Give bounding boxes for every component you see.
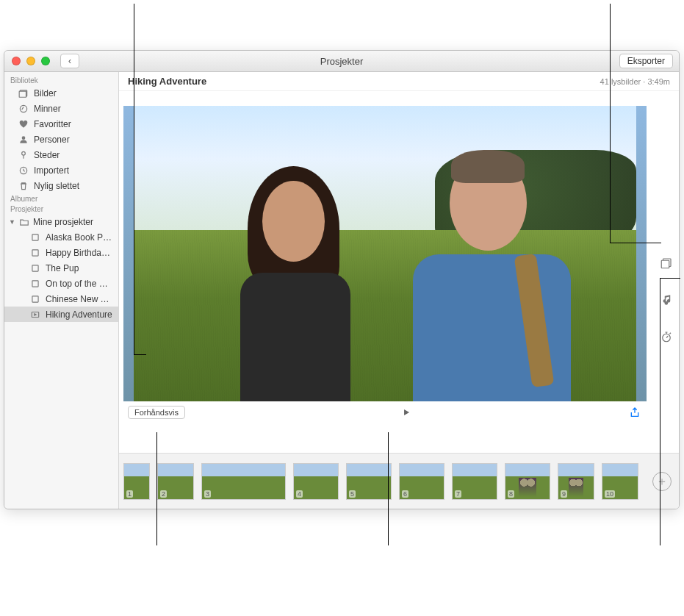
thumbnail-number: 3 [204,490,211,498]
sidebar-item-label: Importert [34,165,69,176]
sidebar-item-trash[interactable]: Nylig slettet [4,178,118,193]
sidebar-section-library: Bibliotek [4,75,118,85]
slideshow-controls: Forhåndsvis [123,401,647,422]
sidebar-project-item[interactable]: Happy Birthday… [4,245,118,260]
svg-point-4 [22,151,26,155]
project-title: Hiking Adventure [128,76,206,87]
book-icon [29,247,41,259]
thumbnail[interactable]: 4 [293,463,339,500]
thumbnail-number: 9 [561,490,567,498]
duration-settings-button[interactable] [659,329,674,344]
photos-app-window: ‹ Prosjekter Eksporter Bibliotek Bilder … [4,50,680,509]
svg-rect-1 [19,91,26,97]
svg-rect-7 [32,249,38,255]
export-button-label: Eksporter [627,56,665,66]
thumbnail-number: 5 [349,490,356,498]
export-button[interactable]: Eksporter [619,54,673,68]
fullscreen-window-button[interactable] [41,57,50,65]
thumbnail-number: 7 [455,490,461,498]
callout-line [610,4,611,243]
sidebar-item-people[interactable]: Personer [4,132,118,147]
play-button[interactable] [399,405,414,420]
callout-line [660,278,660,545]
main-content: Hiking Adventure 41 lysbilder · 3:49m [119,72,679,509]
callout-line [660,278,680,279]
thumbnail[interactable]: 7 [452,463,497,500]
sidebar-item-favorites[interactable]: Favoritter [4,116,118,132]
callout-line [134,4,134,354]
music-picker-button[interactable] [659,293,674,307]
preview-button[interactable]: Forhåndsvis [128,406,185,419]
sidebar-item-label: Mine prosjekter [33,217,93,227]
back-button[interactable]: ‹ [60,54,79,68]
sidebar-item-imports[interactable]: Importert [4,162,118,178]
thumbnail[interactable]: 6 [399,463,444,500]
thumbnail[interactable]: 9 [558,463,594,500]
book-icon [29,232,41,243]
sidebar-project-item[interactable]: The Pup [4,260,118,276]
heart-icon [18,118,29,130]
previous-slide-peek [123,106,134,401]
thumbnail[interactable]: 8 [505,463,550,500]
thumbnail-strip: 1 2 3 4 5 6 7 8 9 10 ＋ [119,453,679,509]
sidebar-item-label: On top of the W… [46,279,114,289]
sidebar-item-memories[interactable]: Minner [4,101,118,116]
window-titlebar: ‹ Prosjekter Eksporter [4,51,679,72]
thumbnail-number: 10 [605,490,615,498]
project-header: Hiking Adventure 41 lysbilder · 3:49m [119,72,679,91]
thumbnail[interactable]: 3 [201,463,286,500]
pin-icon [18,149,29,161]
sidebar-item-label: Alaska Book Proj… [46,232,114,243]
thumbnail[interactable]: 5 [346,463,392,500]
sidebar-item-places[interactable]: Steder [4,147,118,162]
share-button[interactable] [627,405,642,420]
slideshow-canvas[interactable] [123,106,647,401]
project-meta-slides: 41 lysbilder [600,77,641,86]
right-tool-rail [655,72,677,509]
svg-point-3 [22,136,26,140]
sidebar-project-item[interactable]: Chinese New Year [4,291,118,307]
thumbnail-number: 4 [296,490,303,498]
thumbnail-number: 6 [402,490,408,498]
sidebar-project-item-selected[interactable]: Hiking Adventure [4,307,118,322]
svg-rect-9 [32,280,38,286]
sidebar-project-item[interactable]: On top of the W… [4,276,118,291]
callout-line [134,354,146,355]
book-icon [29,262,41,274]
music-icon [660,293,673,307]
window-traffic-lights [12,57,50,65]
book-icon [29,278,41,290]
chevron-down-icon: ▼ [9,218,15,226]
next-slide-peek [636,106,647,401]
sidebar-my-projects-toggle[interactable]: ▼ Mine prosjekter [4,214,118,229]
stopwatch-icon [660,330,673,343]
svg-point-2 [20,105,26,112]
theme-picker-button[interactable] [659,256,674,271]
callout-line [388,432,389,545]
callout-line [156,432,157,545]
sidebar-item-label: Bilder [34,88,57,99]
svg-rect-6 [32,234,38,240]
thumbnail[interactable]: 10 [602,463,638,500]
current-slide-image [134,106,636,401]
close-window-button[interactable] [12,57,21,65]
thumbnail[interactable]: 2 [157,463,194,500]
sidebar-item-label: Steder [34,150,60,160]
person-icon [18,134,29,146]
window-title: Prosjekter [4,56,679,67]
thumbnail[interactable]: 1 [123,463,150,500]
sidebar-section-albums: Albumer [4,193,118,204]
svg-rect-8 [32,265,38,271]
back-chevron-icon: ‹ [68,56,71,66]
slideshow-icon [29,309,41,320]
sidebar-item-photos[interactable]: Bilder [4,85,118,101]
svg-rect-13 [661,260,669,268]
sidebar-item-label: Favoritter [34,119,71,129]
sidebar-project-item[interactable]: Alaska Book Proj… [4,229,118,245]
sidebar-item-label: Personer [34,135,70,145]
thumbnail-number: 2 [160,490,167,498]
photos-icon [18,87,29,99]
minimize-window-button[interactable] [26,57,35,65]
sidebar-item-label: Nylig slettet [34,181,79,191]
clock-icon [18,165,29,176]
